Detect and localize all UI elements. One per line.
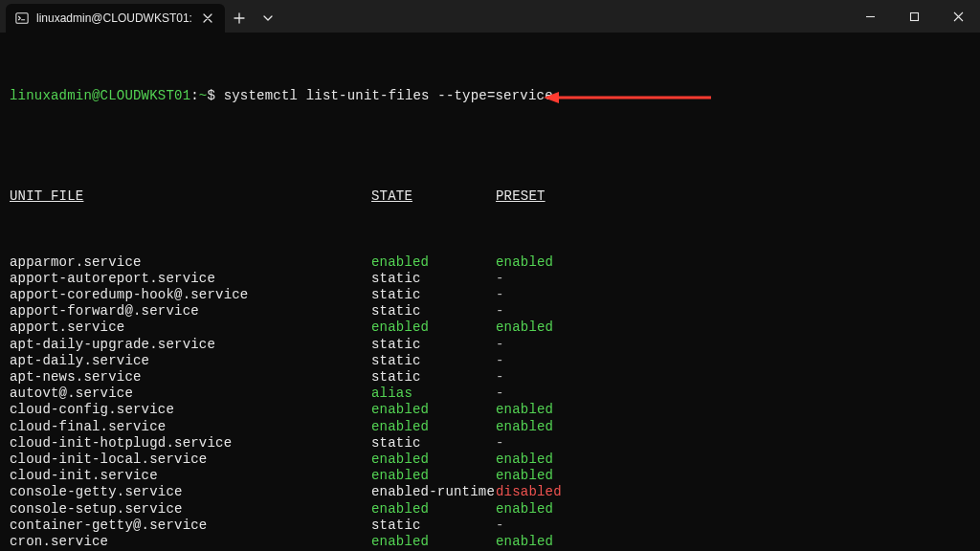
cell-preset: - [496, 518, 504, 534]
cell-preset: - [496, 386, 504, 402]
cell-state: enabled [371, 534, 496, 550]
cell-state: static [371, 518, 496, 534]
cell-preset: enabled [496, 254, 553, 271]
maximize-button[interactable] [892, 0, 936, 33]
table-row: apt-daily-upgrade.servicestatic- [10, 337, 970, 353]
cell-preset: disabled [496, 484, 562, 500]
table-row: console-setup.serviceenabledenabled [10, 501, 970, 518]
cell-unit-file: cloud-init.service [10, 468, 371, 484]
cell-unit-file: apparmor.service [10, 254, 371, 271]
cell-unit-file: cloud-config.service [10, 402, 371, 418]
table-row: cloud-init-hotplugd.servicestatic- [10, 435, 970, 452]
cell-unit-file: cloud-init-local.service [10, 452, 371, 468]
tab-terminal[interactable]: linuxadmin@CLOUDWKST01: [6, 4, 225, 33]
cell-preset: - [496, 435, 504, 452]
cell-state: static [371, 337, 496, 353]
window-controls [848, 0, 980, 33]
table-body: apparmor.serviceenabledenabledapport-aut… [10, 254, 970, 551]
table-row: apport.serviceenabledenabled [10, 320, 970, 336]
cell-state: enabled [371, 320, 496, 336]
cell-state: static [371, 303, 496, 320]
cell-state: enabled-runtime [371, 484, 496, 500]
table-row: apparmor.serviceenabledenabled [10, 254, 970, 271]
cell-state: enabled [371, 254, 496, 271]
tab-close-button[interactable] [200, 11, 215, 26]
new-tab-button[interactable] [225, 4, 254, 33]
cell-unit-file: apt-news.service [10, 369, 371, 386]
cell-unit-file: apt-daily-upgrade.service [10, 337, 371, 353]
cell-state: enabled [371, 501, 496, 518]
table-row: cloud-final.serviceenabledenabled [10, 419, 970, 435]
annotation-arrow-icon [544, 91, 711, 104]
cell-unit-file: apport-forward@.service [10, 303, 371, 320]
table-row: container-getty@.servicestatic- [10, 518, 970, 534]
cell-preset: - [496, 303, 504, 320]
command-text: systemctl list-unit-files --type=service [224, 88, 553, 103]
cell-state: static [371, 435, 496, 452]
cell-unit-file: container-getty@.service [10, 518, 371, 534]
table-row: apport-forward@.servicestatic- [10, 303, 970, 320]
close-window-button[interactable] [936, 0, 980, 33]
cell-state: alias [371, 386, 496, 402]
cell-preset: - [496, 369, 504, 386]
table-row: apport-coredump-hook@.servicestatic- [10, 287, 970, 303]
cell-preset: - [496, 287, 504, 303]
cell-preset: enabled [496, 402, 553, 418]
cell-unit-file: console-setup.service [10, 501, 371, 518]
prompt-line: linuxadmin@CLOUDWKST01:~$ systemctl list… [10, 88, 970, 138]
cell-state: enabled [371, 452, 496, 468]
terminal-pane[interactable]: linuxadmin@CLOUDWKST01:~$ systemctl list… [0, 33, 980, 551]
header-state: STATE [371, 188, 496, 205]
cell-unit-file: cron.service [10, 534, 371, 550]
table-row: cron.serviceenabledenabled [10, 534, 970, 550]
tab-strip: linuxadmin@CLOUDWKST01: [0, 0, 282, 33]
table-row: apport-autoreport.servicestatic- [10, 271, 970, 287]
cell-preset: enabled [496, 468, 553, 484]
table-row: apt-news.servicestatic- [10, 369, 970, 386]
cell-state: static [371, 353, 496, 369]
prompt-sigil: $ [207, 88, 215, 103]
cell-preset: - [496, 271, 504, 287]
cell-unit-file: apport.service [10, 320, 371, 336]
cell-state: enabled [371, 419, 496, 435]
cell-preset: - [496, 337, 504, 353]
cell-unit-file: apport-autoreport.service [10, 271, 371, 287]
header-unit-file: UNIT FILE [10, 188, 371, 205]
svg-rect-3 [910, 12, 918, 20]
prompt-userhost: linuxadmin@CLOUDWKST01 [10, 88, 190, 103]
cell-unit-file: autovt@.service [10, 386, 371, 402]
cell-unit-file: apt-daily.service [10, 353, 371, 369]
svg-rect-0 [16, 13, 28, 24]
table-row: console-getty.serviceenabled-runtimedisa… [10, 484, 970, 500]
cell-state: static [371, 287, 496, 303]
header-preset: PRESET [496, 188, 546, 205]
tab-dropdown-button[interactable] [254, 4, 282, 33]
cell-unit-file: console-getty.service [10, 484, 371, 500]
cell-preset: - [496, 353, 504, 369]
cell-unit-file: cloud-init-hotplugd.service [10, 435, 371, 452]
table-row: cloud-init.serviceenabledenabled [10, 468, 970, 484]
table-row: apt-daily.servicestatic- [10, 353, 970, 369]
cell-preset: enabled [496, 419, 553, 435]
cell-preset: enabled [496, 534, 553, 550]
table-row: cloud-init-local.serviceenabledenabled [10, 452, 970, 468]
cell-unit-file: apport-coredump-hook@.service [10, 287, 371, 303]
cell-state: static [371, 271, 496, 287]
cell-preset: enabled [496, 452, 553, 468]
cell-preset: enabled [496, 320, 553, 336]
terminal-icon [15, 11, 29, 25]
table-header-row: UNIT FILESTATEPRESET [10, 188, 970, 205]
cell-state: enabled [371, 468, 496, 484]
cell-state: enabled [371, 402, 496, 418]
minimize-button[interactable] [848, 0, 892, 33]
table-row: cloud-config.serviceenabledenabled [10, 402, 970, 418]
cell-preset: enabled [496, 501, 553, 518]
table-row: autovt@.servicealias- [10, 386, 970, 402]
title-bar: linuxadmin@CLOUDWKST01: [0, 0, 980, 33]
tab-title: linuxadmin@CLOUDWKST01: [36, 11, 192, 25]
cell-unit-file: cloud-final.service [10, 419, 371, 435]
cell-state: static [371, 369, 496, 386]
